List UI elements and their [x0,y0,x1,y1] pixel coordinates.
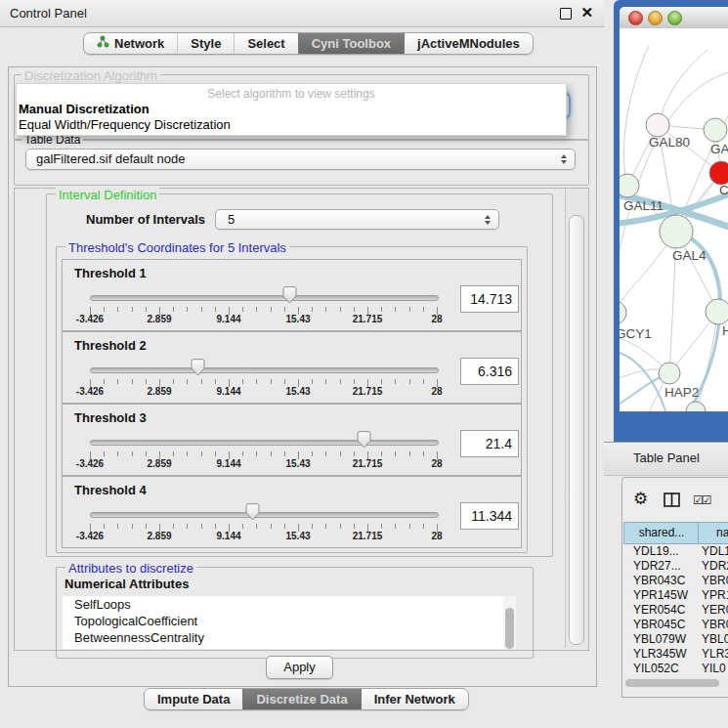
table-cell[interactable]: YDR2 [702,559,728,574]
tab-select[interactable]: Select [234,33,297,54]
tab-label: Impute Data [157,689,230,709]
table-cell[interactable]: YER054C [633,603,707,618]
threshold-slider-track[interactable] [90,512,439,518]
tick-mark [325,379,326,384]
table-cell[interactable]: YBR045C [633,618,707,632]
network-node-GA[interactable] [704,118,727,142]
table-cell[interactable]: YDR27... [633,559,707,574]
threshold-slider-track[interactable] [90,295,439,301]
table-data-combobox-value: galFiltered.sif default node [36,150,185,169]
number-of-intervals-combobox[interactable]: 5 [215,209,499,230]
thresholds-group-label: Threshold's Coordinates for 5 Intervals [65,240,289,255]
attribute-list-item[interactable]: BetweennessCentrality [63,629,503,646]
table-cell[interactable]: YBR043C [633,574,707,588]
tick-label: 2.859 [147,386,171,397]
table-cell[interactable]: YDL1 [702,544,728,559]
network-node-HAP2[interactable] [659,363,680,384]
tick-mark [354,524,355,529]
attribute-list-item[interactable]: TopologicalCoefficient [63,613,503,629]
tick-mark [104,307,105,312]
panel-scrollbar-thumb[interactable] [569,215,584,645]
network-node-GCY1[interactable] [620,301,626,324]
tick-mark [173,307,174,312]
table-cell[interactable]: YPR145W [633,588,707,603]
table-cell[interactable]: YBR0 [702,618,728,632]
float-window-icon[interactable] [560,8,572,20]
tick-mark [215,451,216,456]
table-cell[interactable]: YPR1 [702,588,728,603]
tick-mark [325,307,326,312]
tick-mark [284,307,285,312]
tab-jactivemnodules[interactable]: jActiveMNodules [404,33,533,54]
tick-mark [104,379,105,384]
threshold-value-field[interactable]: 14.713 [460,285,519,313]
gear-icon[interactable]: ⚙ [633,489,648,509]
threshold-slider-thumb[interactable] [191,359,205,376]
tick-mark [173,524,174,529]
tick-mark [256,451,257,456]
tab-label: Network [114,33,164,54]
threshold-slider-thumb[interactable] [357,431,371,449]
tab-infer-network[interactable]: Infer Network [361,689,468,709]
table-cell[interactable]: YIL0 [702,662,728,676]
network-node-label: HAP2 [664,385,699,400]
table-column-header[interactable]: na [698,522,728,544]
table-cell[interactable]: YBL0 [702,632,728,647]
tick-mark [340,307,341,312]
minimize-traffic-light-icon[interactable] [648,11,663,25]
numerical-attributes-list: SelfLoopsTopologicalCoefficientBetweenne… [63,596,503,649]
attributes-list-scrollbar-thumb[interactable] [505,608,514,649]
network-node-C[interactable] [709,161,728,185]
table-cell[interactable]: YLR3 [702,647,728,662]
network-node-partial[interactable] [686,402,706,411]
table-cell[interactable]: YDL19... [633,544,707,559]
threshold-value-field[interactable]: 21.4 [460,430,519,457]
tick-mark [284,451,285,456]
table-cell[interactable]: YER0 [702,603,728,618]
tick-mark [423,524,424,529]
table-horizontal-scrollbar-thumb[interactable] [625,679,719,687]
app-root: Control Panel ✕ NetworkStyleSelectCyni T… [0,0,728,728]
tick-label: 28 [431,531,442,541]
close-traffic-light-icon[interactable] [628,11,643,25]
tick-label: 15.43 [285,531,310,541]
threshold-slider-thumb[interactable] [282,286,297,304]
close-icon[interactable]: ✕ [580,4,593,21]
tab-style[interactable]: Style [177,33,234,54]
zoom-traffic-light-icon[interactable] [667,11,682,25]
tab-cyni-toolbox[interactable]: Cyni Toolbox [298,33,404,54]
table-cell[interactable]: YIL052C [633,662,707,676]
network-node-GAL11[interactable] [620,174,639,197]
tick-label: 2.859 [147,458,171,469]
checkboxes-icon[interactable]: ☑☑ [693,493,710,507]
tick-mark [312,451,313,456]
dropdown-option-equal-width[interactable]: Equal Width/Frequency Discretization [19,117,231,132]
network-view-canvas[interactable]: GAL80GACGAL11GAL4GCY1HHAP2 [620,28,728,411]
tick-mark [256,379,257,384]
tick-mark [423,451,424,456]
table-cell[interactable]: YBL079W [633,632,707,647]
network-node-GAL80[interactable] [646,113,669,137]
table-column-header[interactable]: shared... [623,522,700,544]
tick-mark [146,524,147,529]
threshold-slider-track[interactable] [90,440,439,446]
table-cell[interactable]: YLR345W [633,647,707,662]
threshold-value-field[interactable]: 11.344 [460,502,519,530]
network-node-GAL4[interactable] [660,215,693,248]
threshold-slider-thumb[interactable] [245,503,260,521]
tab-network[interactable]: Network [84,33,177,54]
threshold-slider-track[interactable] [90,367,439,373]
network-node-H[interactable] [706,299,728,324]
table-cell[interactable]: YBR0 [702,574,728,588]
table-data-combobox[interactable]: galFiltered.sif default node [25,149,576,170]
attribute-list-item[interactable]: SelfLoops [63,596,503,613]
threshold-value-field[interactable]: 6.316 [460,358,519,385]
bottom-tab-bar: Impute DataDiscretize DataInfer Network [144,688,469,710]
dropdown-option-manual[interactable]: Manual Discretization [19,102,150,116]
tick-label: -3.426 [76,458,104,469]
tab-impute-data[interactable]: Impute Data [145,689,242,709]
tab-discretize-data[interactable]: Discretize Data [242,689,360,709]
columns-icon[interactable] [664,492,680,511]
tick-label: 2.859 [147,314,171,324]
apply-button[interactable]: Apply [266,656,333,679]
